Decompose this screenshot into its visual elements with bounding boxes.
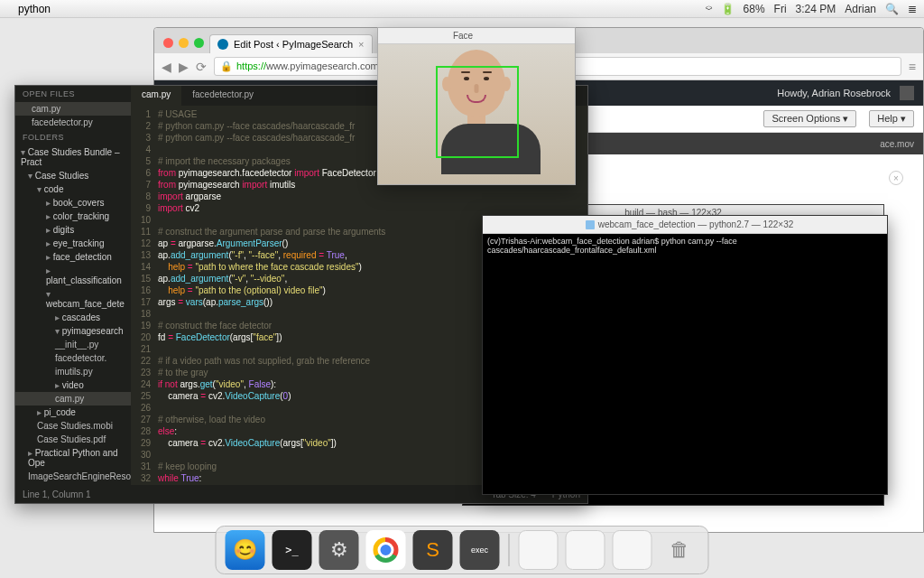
trash-icon[interactable]: 🗑 <box>660 530 699 570</box>
wifi-icon[interactable]: ⌔ <box>706 3 712 15</box>
folder-item[interactable]: cascades <box>15 311 131 324</box>
face-window-title: Face <box>393 31 533 41</box>
face-detection-rect <box>436 66 519 158</box>
active-app-name[interactable]: python <box>18 3 51 15</box>
editor-tab[interactable]: facedetector.py <box>181 86 264 106</box>
tab-close-icon[interactable]: × <box>358 39 364 50</box>
wp-howdy[interactable]: Howdy, Adrian Rosebrock <box>777 88 891 98</box>
folder-item[interactable]: video <box>15 378 131 392</box>
terminal-body[interactable]: (cv)Trishas-Air:webcam_face_detection ad… <box>483 234 887 257</box>
browser-tab[interactable]: Edit Post ‹ PyImageSearch × <box>209 34 373 53</box>
folder-item[interactable]: pi_code <box>15 406 131 419</box>
user-name[interactable]: Adrian <box>845 3 876 15</box>
terminal-titlebar: webcam_face_detection — python2.7 — 122×… <box>483 216 887 234</box>
terminal-window-webcam: webcam_face_detection — python2.7 — 122×… <box>482 215 888 495</box>
close-icon[interactable] <box>163 38 173 48</box>
chrome-app-icon[interactable] <box>366 530 406 570</box>
folder-item[interactable]: webcam_face_dete <box>15 287 131 311</box>
face-window-titlebar: Face <box>378 28 575 44</box>
spotlight-icon[interactable]: 🔍 <box>885 3 899 15</box>
dock-minimized-window[interactable] <box>566 530 605 570</box>
dock-separator <box>509 534 510 566</box>
folder-item[interactable]: color_tracking <box>15 210 131 223</box>
wordpress-favicon-icon <box>217 39 228 50</box>
terminal-app-icon[interactable]: >_ <box>273 530 312 570</box>
sublime-app-icon[interactable]: S <box>413 530 453 570</box>
file-item[interactable]: ImageSearchEngineReso <box>15 470 131 483</box>
avatar-icon[interactable] <box>900 86 914 100</box>
help-button[interactable]: Help ▾ <box>869 110 914 127</box>
folder-item[interactable]: book_covers <box>15 196 131 210</box>
battery-percent: 68% <box>744 3 765 15</box>
folders-header: FOLDERS <box>15 129 131 145</box>
back-button[interactable]: ◀ <box>162 60 171 74</box>
source-code[interactable]: # USAGE # python cam.py --face cascades/… <box>158 108 385 485</box>
reload-button[interactable]: ⟳ <box>196 60 207 74</box>
chrome-menu-icon[interactable]: ≡ <box>909 60 916 74</box>
dock-minimized-window[interactable] <box>613 530 652 570</box>
sublime-sidebar[interactable]: OPEN FILES cam.pyfacedetector.py FOLDERS… <box>15 86 131 485</box>
opencv-face-window: Face <box>377 27 576 185</box>
macos-dock: 😊 >_ ⚙ S exec 🗑 <box>216 526 709 574</box>
finder-app-icon[interactable]: 😊 <box>226 530 265 570</box>
file-item[interactable]: facedetector. <box>15 351 131 365</box>
file-item[interactable]: Case Studies.pdf <box>15 433 131 446</box>
folder-item[interactable]: code <box>15 182 131 196</box>
settings-app-icon[interactable]: ⚙ <box>319 530 359 570</box>
file-item[interactable]: cam.py <box>15 392 131 406</box>
open-file-item[interactable]: cam.py <box>15 102 131 116</box>
macos-menubar: python ⌔ 🔋 68% Fri 3:24 PM Adrian 🔍 ≣ <box>0 0 924 18</box>
dock-minimized-window[interactable] <box>519 530 559 570</box>
folder-item[interactable]: eye_tracking <box>15 237 131 250</box>
battery-icon[interactable]: 🔋 <box>721 3 735 15</box>
video-feed <box>378 44 575 184</box>
editor-tab[interactable]: cam.py <box>131 86 181 106</box>
open-files-header: OPEN FILES <box>15 86 131 102</box>
file-item[interactable]: __init__.py <box>15 338 131 351</box>
folder-item[interactable]: Practical Python and Ope <box>15 446 131 470</box>
zoom-icon[interactable] <box>194 38 204 48</box>
folder-item[interactable]: plant_classification <box>15 264 131 287</box>
window-controls <box>160 38 209 53</box>
lock-icon: 🔒 <box>220 61 233 71</box>
folder-item[interactable]: Case Studies Bundle – Pract <box>15 145 131 169</box>
dismiss-notice-icon[interactable]: × <box>889 171 903 185</box>
exec-app-icon[interactable]: exec <box>460 530 500 570</box>
file-item[interactable]: Case Studies.mobi <box>15 419 131 433</box>
line-gutter: 1 2 3 4 5 6 7 8 9 10 11 12 13 14 15 16 1… <box>131 106 154 485</box>
folder-item[interactable]: digits <box>15 223 131 237</box>
forward-button[interactable]: ▶ <box>179 60 189 74</box>
clock-day: Fri <box>774 3 787 15</box>
open-file-item[interactable]: facedetector.py <box>15 116 131 129</box>
mov-hint: ace.mov <box>880 139 914 149</box>
folder-item[interactable]: Case Studies <box>15 169 131 182</box>
screen-options-button[interactable]: Screen Options ▾ <box>763 110 856 127</box>
folder-icon <box>586 220 595 229</box>
status-position: Line 1, Column 1 <box>23 489 91 499</box>
clock-time[interactable]: 3:24 PM <box>796 3 836 15</box>
terminal-title: webcam_face_detection — python2.7 — 122×… <box>598 219 794 229</box>
minimize-icon[interactable] <box>179 38 189 48</box>
notification-center-icon[interactable]: ≣ <box>908 3 917 15</box>
tab-title: Edit Post ‹ PyImageSearch <box>234 39 353 50</box>
folder-item[interactable]: face_detection <box>15 250 131 264</box>
terminal-prompt-line: (cv)Trishas-Air:webcam_face_detection ad… <box>487 237 737 255</box>
file-item[interactable]: imutils.py <box>15 365 131 378</box>
folder-item[interactable]: pyimagesearch <box>15 324 131 338</box>
